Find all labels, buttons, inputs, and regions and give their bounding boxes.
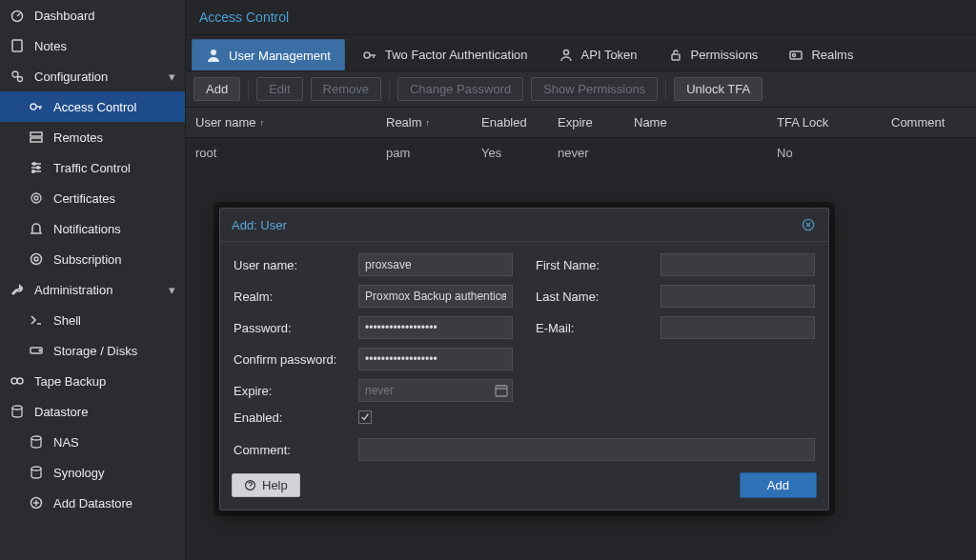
check-icon: [360, 412, 370, 422]
modal-overlay: Add: User User name: Realm: ▼: [0, 0, 976, 560]
user-name-input[interactable]: [358, 253, 513, 276]
modal-footer: Help Add: [220, 465, 828, 510]
label-expire: Expire:: [234, 384, 353, 398]
password-input[interactable]: [358, 316, 513, 339]
enabled-checkbox[interactable]: [358, 410, 372, 424]
realm-select[interactable]: [358, 285, 513, 308]
last-name-input[interactable]: [661, 285, 815, 308]
calendar-icon[interactable]: [494, 383, 509, 398]
modal-title: Add: User: [232, 218, 287, 232]
label-user-name: User name:: [234, 258, 353, 272]
help-label: Help: [262, 478, 288, 492]
close-icon: [802, 218, 815, 231]
label-first-name: First Name:: [536, 258, 655, 272]
email-input[interactable]: [661, 316, 815, 339]
label-enabled: Enabled:: [234, 410, 353, 425]
comment-input[interactable]: [358, 438, 815, 461]
label-realm: Realm:: [234, 290, 353, 304]
add-user-modal: Add: User User name: Realm: ▼: [219, 208, 829, 510]
label-confirm-password: Confirm password:: [234, 352, 353, 367]
modal-header: Add: User: [220, 209, 828, 242]
first-name-input[interactable]: [661, 253, 815, 276]
expire-input[interactable]: [358, 379, 513, 402]
label-email: E-Mail:: [536, 321, 655, 335]
label-password: Password:: [234, 321, 353, 335]
modal-add-button[interactable]: Add: [740, 472, 817, 498]
help-icon: [244, 479, 256, 491]
label-last-name: Last Name:: [536, 290, 655, 304]
svg-rect-29: [496, 386, 507, 396]
label-comment: Comment:: [234, 443, 353, 457]
close-button[interactable]: [800, 216, 817, 233]
help-button[interactable]: Help: [232, 473, 300, 497]
modal-body: User name: Realm: ▼ Password:: [220, 242, 828, 465]
confirm-password-input[interactable]: [358, 348, 513, 370]
